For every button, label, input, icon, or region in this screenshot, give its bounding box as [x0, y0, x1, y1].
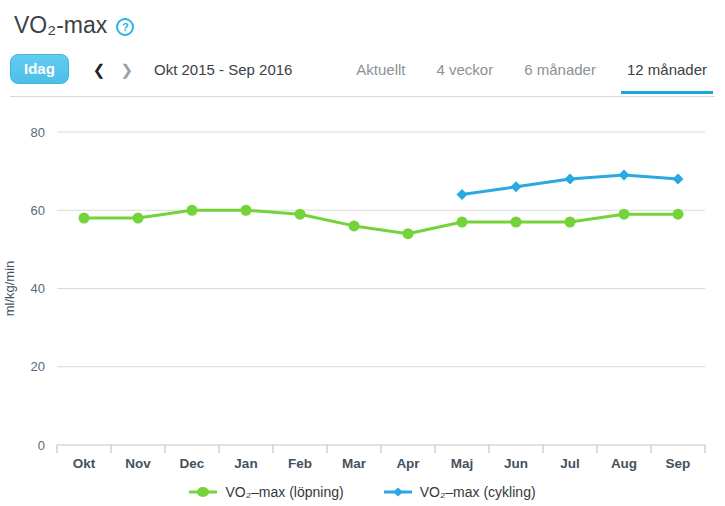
x-tick-label-dec: Dec	[180, 456, 205, 471]
x-tick-label-apr: Apr	[396, 456, 420, 471]
series-line-vo-max-l-pning	[84, 210, 678, 233]
next-period-icon[interactable]: ❯	[120, 62, 133, 77]
data-point-vo-max-cykling-maj[interactable]	[457, 189, 468, 200]
y-tick-label-40: 40	[31, 281, 45, 296]
today-button[interactable]: Idag	[10, 54, 69, 84]
data-point-vo-max-l-pning-jul[interactable]	[565, 216, 576, 227]
date-range-label: Okt 2015 - Sep 2016	[154, 61, 292, 78]
vo2max-chart: 020406080ml/kg/minOktNovDecJanFebMarAprM…	[0, 97, 725, 483]
y-tick-label-60: 60	[31, 203, 45, 218]
tab-aktuellt[interactable]: Aktuellt	[356, 61, 405, 78]
legend-marker-diamond-icon	[384, 485, 412, 499]
data-point-vo-max-l-pning-aug[interactable]	[619, 209, 630, 220]
data-point-vo-max-l-pning-maj[interactable]	[457, 216, 468, 227]
data-point-vo-max-l-pning-mar[interactable]	[349, 220, 360, 231]
legend-item-vo-max-l-pning: VO₂–max (löpning)	[189, 484, 343, 500]
x-tick-label-maj: Maj	[451, 456, 474, 471]
data-point-vo-max-cykling-jun[interactable]	[511, 181, 522, 192]
y-tick-label-20: 20	[31, 359, 45, 374]
data-point-vo-max-cykling-jul[interactable]	[565, 173, 576, 184]
data-point-vo-max-l-pning-feb[interactable]	[295, 209, 306, 220]
data-point-vo-max-cykling-sep[interactable]	[673, 173, 684, 184]
time-range-tabs: Aktuellt4 veckor6 månader12 månader	[356, 61, 707, 78]
y-tick-label-80: 80	[31, 125, 45, 140]
x-tick-label-feb: Feb	[288, 456, 312, 471]
data-point-vo-max-l-pning-jun[interactable]	[511, 216, 522, 227]
legend-item-vo-max-cykling: VO₂–max (cykling)	[384, 484, 536, 500]
data-point-vo-max-l-pning-apr[interactable]	[403, 228, 414, 239]
data-point-vo-max-l-pning-sep[interactable]	[673, 209, 684, 220]
chart-canvas: 020406080ml/kg/minOktNovDecJanFebMarAprM…	[0, 97, 725, 479]
data-point-vo-max-l-pning-nov[interactable]	[133, 213, 144, 224]
data-point-vo-max-l-pning-jan[interactable]	[241, 205, 252, 216]
x-tick-label-jan: Jan	[234, 456, 257, 471]
y-tick-label-0: 0	[38, 438, 45, 453]
help-icon[interactable]: ?	[116, 18, 134, 36]
x-tick-label-okt: Okt	[73, 456, 96, 471]
legend-marker-circle-icon	[189, 485, 217, 499]
y-axis-title: ml/kg/min	[2, 261, 17, 317]
x-tick-label-sep: Sep	[666, 456, 691, 471]
tab-4-veckor[interactable]: 4 veckor	[437, 61, 494, 78]
legend-label: VO₂–max (cykling)	[420, 484, 536, 500]
chart-toolbar: Idag ❮ ❯ Okt 2015 - Sep 2016 Aktuellt4 v…	[10, 54, 715, 97]
data-point-vo-max-l-pning-dec[interactable]	[187, 205, 198, 216]
tab-6-m-nader[interactable]: 6 månader	[524, 61, 596, 78]
page-title-text: VO₂-max	[14, 12, 107, 39]
data-point-vo-max-cykling-aug[interactable]	[619, 170, 630, 181]
tab-12-m-nader[interactable]: 12 månader	[627, 61, 707, 78]
x-tick-label-aug: Aug	[611, 456, 637, 471]
x-tick-label-jul: Jul	[560, 456, 580, 471]
page-title: VO₂-max ?	[14, 12, 725, 39]
x-tick-label-nov: Nov	[125, 456, 151, 471]
legend-label: VO₂–max (löpning)	[225, 484, 343, 500]
data-point-vo-max-l-pning-okt[interactable]	[79, 213, 90, 224]
x-tick-label-jun: Jun	[504, 456, 528, 471]
chart-legend: VO₂–max (löpning)VO₂–max (cykling)	[0, 484, 725, 500]
previous-period-icon[interactable]: ❮	[93, 62, 106, 77]
x-tick-label-mar: Mar	[342, 456, 367, 471]
